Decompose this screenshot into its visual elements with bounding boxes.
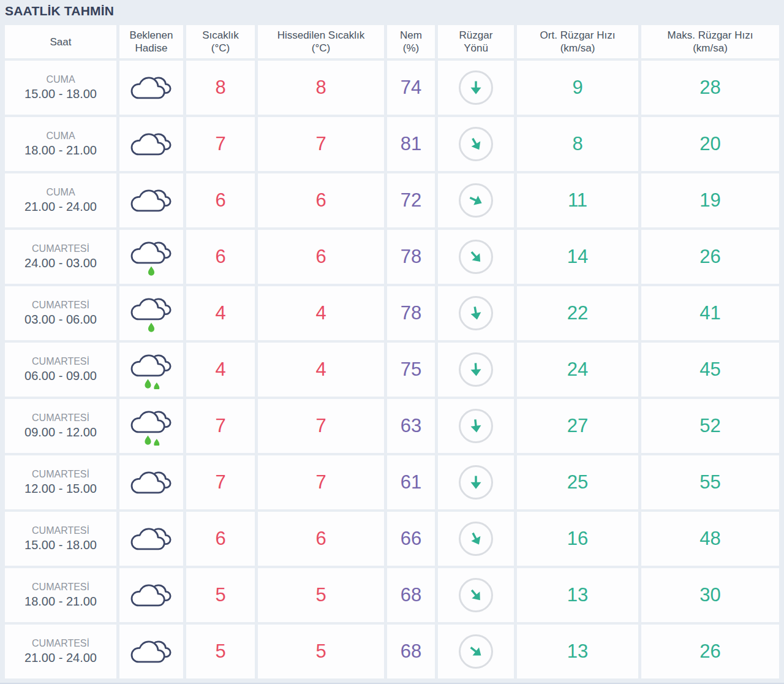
time-range-label: 03.00 - 06.00 (24, 311, 97, 327)
humidity-value: 61 (401, 472, 421, 493)
forecast-condition-cell (119, 568, 183, 622)
time-range-label: 12.00 - 15.00 (24, 481, 97, 496)
day-label: CUMARTESİ (32, 468, 89, 481)
avg-wind-speed-value: 25 (567, 472, 588, 493)
max-wind-speed-value: 52 (699, 416, 720, 436)
day-label: CUMARTESİ (32, 355, 89, 368)
max-wind-speed-value: 48 (699, 528, 720, 549)
column-header-temperature: Sıcaklık (°C) (186, 25, 255, 58)
feels-like-cell: 5 (258, 625, 384, 678)
avg-wind-speed-value: 14 (567, 246, 588, 267)
wind-direction-arrow-icon (466, 303, 487, 324)
humidity-value: 68 (401, 641, 421, 662)
avg-wind-speed-cell: 11 (517, 173, 638, 227)
header-line: Beklenen (130, 29, 173, 42)
avg-wind-speed-value: 22 (567, 303, 588, 324)
time-range-label: 24.00 - 03.00 (24, 255, 97, 271)
humidity-cell: 61 (387, 455, 435, 509)
day-label: CUMA (46, 130, 75, 142)
temperature-value: 6 (215, 528, 225, 549)
day-label: CUMA (46, 74, 75, 86)
forecast-time-cell: CUMARTESİ 06.00 - 09.00 (5, 343, 116, 397)
wind-direction-dial (459, 183, 493, 218)
wind-direction-dial (459, 634, 493, 669)
humidity-cell: 78 (387, 286, 435, 340)
temperature-value: 5 (215, 585, 225, 606)
max-wind-speed-value: 30 (699, 585, 720, 606)
humidity-cell: 74 (387, 61, 435, 115)
humidity-value: 72 (401, 190, 421, 211)
avg-wind-speed-value: 13 (567, 585, 588, 606)
wind-direction-cell (438, 455, 514, 509)
column-header-wind-direction: Rüzgar Yönü (438, 25, 514, 58)
feels-like-cell: 6 (258, 512, 384, 566)
temperature-cell: 5 (186, 625, 255, 678)
max-wind-speed-value: 41 (699, 303, 720, 324)
clouds-icon (128, 129, 175, 168)
clouds-icon (128, 406, 175, 446)
temperature-cell: 4 (186, 343, 255, 397)
raindrop-icon (148, 322, 154, 332)
forecast-condition-cell (119, 512, 183, 566)
humidity-cell: 68 (387, 625, 435, 678)
wind-direction-dial (459, 352, 493, 387)
max-wind-speed-value: 26 (699, 641, 720, 662)
time-range-label: 06.00 - 09.00 (24, 368, 97, 384)
avg-wind-speed-value: 8 (572, 134, 582, 154)
avg-wind-speed-cell: 22 (517, 286, 638, 340)
day-label: CUMARTESİ (32, 525, 89, 537)
feels-like-cell: 7 (258, 455, 384, 509)
forecast-time-cell: CUMA 15.00 - 18.00 (5, 61, 116, 115)
wind-direction-arrow-icon (464, 188, 488, 213)
avg-wind-speed-value: 27 (567, 416, 588, 436)
feels-like-value: 7 (315, 134, 326, 154)
column-header-feels-like: Hissedilen Sıcaklık (°C) (258, 25, 384, 58)
temperature-value: 6 (215, 190, 225, 211)
page-title: SAATLİK TAHMİN (5, 4, 784, 18)
wind-direction-arrow-icon (466, 360, 486, 379)
clouds-icon (128, 72, 175, 112)
max-wind-speed-cell: 19 (641, 173, 779, 227)
header-line: Hadise (135, 42, 168, 55)
forecast-condition-cell (119, 455, 183, 509)
max-wind-speed-value: 26 (699, 246, 720, 267)
avg-wind-speed-value: 13 (567, 641, 588, 662)
clouds-icon (128, 237, 175, 276)
raindrop-icon (148, 266, 154, 275)
column-header-avg-wind-speed: Ort. Rüzgar Hızı (km/sa) (517, 25, 638, 58)
feels-like-value: 5 (315, 641, 326, 662)
temperature-cell: 8 (186, 61, 255, 115)
max-wind-speed-cell: 52 (641, 399, 779, 453)
max-wind-speed-value: 45 (699, 359, 720, 380)
wind-direction-cell (438, 173, 514, 227)
wind-direction-cell (438, 286, 514, 340)
wind-direction-dial (459, 127, 493, 161)
wind-direction-cell (438, 230, 514, 284)
max-wind-speed-cell: 26 (641, 625, 779, 678)
forecast-time-cell: CUMARTESİ 03.00 - 06.00 (5, 286, 116, 340)
temperature-value: 4 (215, 303, 225, 324)
feels-like-value: 7 (315, 472, 326, 493)
temperature-cell: 6 (186, 230, 255, 284)
clouds-icon (128, 636, 175, 675)
avg-wind-speed-cell: 27 (517, 399, 638, 453)
avg-wind-speed-value: 24 (567, 359, 588, 380)
humidity-value: 81 (401, 134, 421, 154)
time-range-label: 09.00 - 12.00 (24, 424, 97, 440)
clouds-icon (128, 294, 175, 333)
feels-like-cell: 7 (258, 399, 384, 453)
header-line: Hissedilen Sıcaklık (277, 29, 365, 42)
humidity-cell: 68 (387, 568, 435, 622)
forecast-time-cell: CUMARTESİ 12.00 - 15.00 (5, 455, 116, 509)
max-wind-speed-value: 55 (699, 472, 720, 493)
clouds-icon (128, 350, 175, 389)
humidity-cell: 63 (387, 399, 435, 453)
avg-wind-speed-cell: 8 (517, 117, 638, 171)
humidity-cell: 66 (387, 512, 435, 566)
temperature-cell: 6 (186, 512, 255, 566)
temperature-value: 7 (215, 134, 225, 154)
temperature-cell: 5 (186, 568, 255, 622)
wind-direction-dial (459, 240, 493, 274)
forecast-condition-cell (119, 230, 183, 284)
wind-direction-arrow-icon (463, 244, 489, 270)
